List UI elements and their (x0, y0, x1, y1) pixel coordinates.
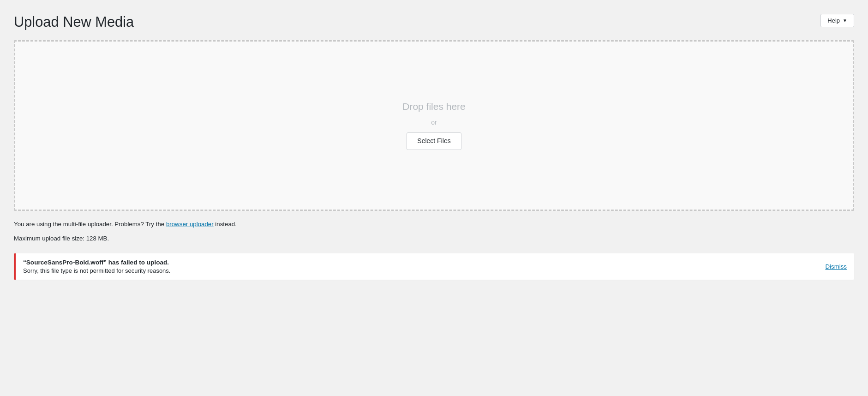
drop-zone-text: Drop files here (402, 101, 466, 112)
browser-uploader-link[interactable]: browser uploader (166, 221, 214, 228)
max-size-info: Maximum upload file size: 128 MB. (14, 234, 854, 243)
uploader-text-after: instead. (214, 221, 237, 228)
uploader-info: You are using the multi-file uploader. P… (14, 219, 854, 229)
error-notice-title: “SourceSansPro-Bold.woff” has failed to … (23, 259, 171, 266)
page-title: Upload New Media (14, 14, 134, 31)
error-notice-description: Sorry, this file type is not permitted f… (23, 267, 171, 274)
select-files-button[interactable]: Select Files (407, 132, 461, 150)
error-notice: “SourceSansPro-Bold.woff” has failed to … (14, 253, 854, 280)
chevron-down-icon: ▼ (843, 18, 847, 23)
drop-zone-or: or (431, 119, 437, 126)
error-notice-content: “SourceSansPro-Bold.woff” has failed to … (23, 259, 171, 274)
help-label: Help (827, 17, 840, 24)
uploader-text-before: You are using the multi-file uploader. P… (14, 221, 166, 228)
help-button[interactable]: Help ▼ (820, 14, 854, 27)
dismiss-link[interactable]: Dismiss (825, 263, 847, 270)
drop-zone[interactable]: Drop files here or Select Files (14, 40, 854, 211)
